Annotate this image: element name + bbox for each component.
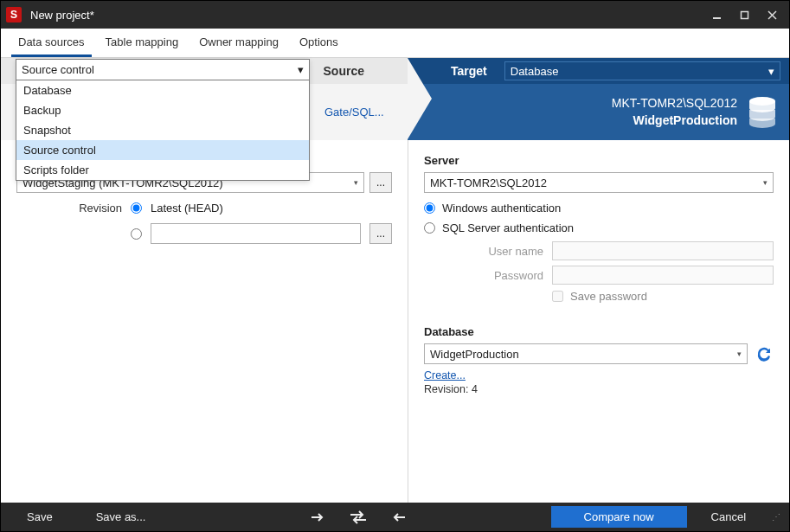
tab-options[interactable]: Options: [292, 29, 345, 57]
revision-label: Revision: [74, 202, 122, 215]
app-icon: S: [6, 7, 22, 22]
database-icon: [748, 96, 777, 129]
svg-rect-1: [741, 11, 748, 18]
swap-button[interactable]: [341, 506, 376, 528]
save-button[interactable]: Save: [8, 506, 72, 528]
tabbar: Data sources Table mapping Owner mapping…: [1, 29, 789, 58]
main-area: Source Control WidgetStaging (MKT-TOMR2\…: [1, 140, 789, 503]
chevron-down-icon: ▾: [768, 65, 774, 78]
server-value: MKT-TOMR2\SQL2012: [430, 176, 547, 189]
source-control-browse-button[interactable]: ...: [369, 172, 392, 193]
target-server-name: MKT-TOMR2\SQL2012: [612, 95, 737, 112]
revision-latest-radio[interactable]: [131, 202, 142, 214]
source-panel: Source Control WidgetStaging (MKT-TOMR2\…: [1, 140, 408, 503]
auth-sqlserver-label: SQL Server authentication: [442, 221, 574, 234]
chevron-down-icon: ▾: [298, 63, 304, 76]
banner-arrow-separator: [408, 58, 432, 139]
auth-sqlserver-radio[interactable]: [424, 222, 435, 234]
copy-right-button[interactable]: [301, 506, 336, 528]
database-selector[interactable]: WidgetProduction ▾: [424, 343, 748, 364]
server-section-label: Server: [424, 154, 774, 167]
source-type-dropdown[interactable]: Source control ▾ Database Backup Snapsho…: [16, 59, 310, 181]
password-label: Password: [424, 269, 543, 282]
target-heading: Target: [451, 64, 487, 78]
target-panel: Server MKT-TOMR2\SQL2012 ▾ Windows authe…: [408, 140, 789, 503]
tab-table-mapping[interactable]: Table mapping: [99, 29, 186, 57]
auth-windows-label: Windows authentication: [442, 202, 561, 215]
password-field: [552, 266, 774, 285]
target-banner: Target Database ▾ MKT-TOMR2\SQL2012 Widg…: [408, 58, 789, 140]
save-as-button[interactable]: Save as...: [77, 506, 165, 528]
save-password-label: Save password: [570, 290, 647, 303]
chevron-down-icon: ▾: [354, 178, 358, 187]
chevron-down-icon: ▾: [763, 178, 768, 187]
source-type-option-backup[interactable]: Backup: [16, 100, 309, 120]
tab-owner-mapping[interactable]: Owner mapping: [192, 29, 286, 57]
maximize-button[interactable]: [730, 3, 758, 27]
copy-left-button[interactable]: [381, 506, 415, 528]
source-type-selected: Source control: [22, 63, 94, 76]
revision-browse-button[interactable]: ...: [369, 223, 392, 244]
chevron-down-icon: ▾: [737, 349, 742, 358]
target-type-value: Database: [511, 65, 559, 78]
close-button[interactable]: [758, 3, 786, 27]
create-database-link[interactable]: Create...: [424, 369, 466, 381]
database-value: WidgetProduction: [430, 348, 519, 361]
auth-windows-radio[interactable]: [424, 202, 435, 214]
bottombar: Save Save as... Compare now Cancel ⋰: [1, 503, 789, 531]
minimize-button[interactable]: [703, 3, 730, 27]
cancel-button[interactable]: Cancel: [692, 506, 765, 528]
refresh-button[interactable]: [755, 344, 774, 363]
target-revision-text: Revision: 4: [424, 383, 774, 395]
titlebar: S New project*: [1, 1, 789, 29]
target-database-name: WidgetProduction: [612, 112, 737, 130]
server-selector[interactable]: MKT-TOMR2\SQL2012 ▾: [424, 172, 774, 193]
source-heading: Source: [324, 64, 364, 78]
source-type-option-source-control[interactable]: Source control: [16, 140, 309, 160]
save-password-checkbox: [552, 291, 563, 302]
username-label: User name: [424, 245, 543, 258]
source-type-option-database[interactable]: Database: [16, 80, 309, 100]
tab-data-sources[interactable]: Data sources: [11, 29, 92, 57]
window-title: New project*: [30, 9, 703, 22]
revision-latest-label: Latest (HEAD): [151, 202, 223, 215]
source-type-option-scripts-folder[interactable]: Scripts folder: [16, 160, 309, 180]
compare-now-button[interactable]: Compare now: [551, 506, 687, 528]
revision-specific-radio[interactable]: [131, 228, 142, 240]
username-field: [552, 241, 774, 260]
source-type-dropdown-header[interactable]: Source control ▾: [16, 60, 309, 80]
database-section-label: Database: [424, 325, 774, 338]
resize-grip[interactable]: ⋰: [770, 512, 782, 522]
revision-specific-input[interactable]: [151, 223, 361, 244]
target-type-dropdown[interactable]: Database ▾: [504, 61, 780, 80]
source-type-option-snapshot[interactable]: Snapshot: [16, 120, 309, 140]
